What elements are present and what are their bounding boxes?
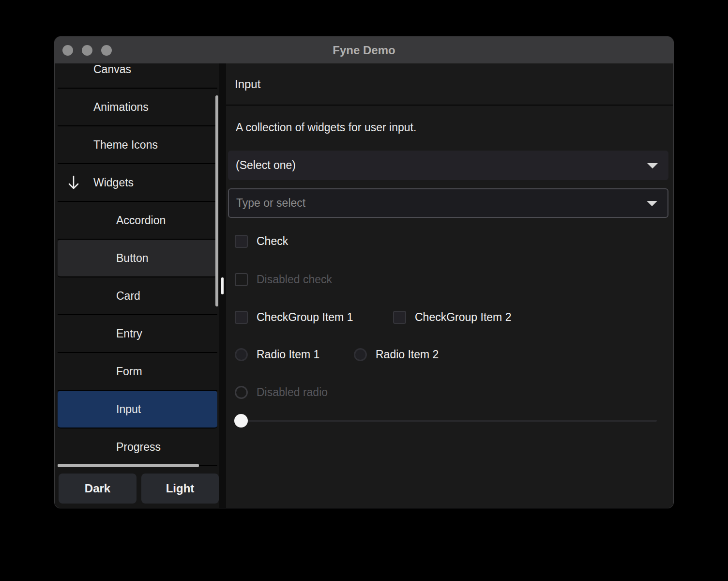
slider[interactable] xyxy=(241,414,657,428)
radio-item-2[interactable]: Radio Item 2 xyxy=(354,348,439,361)
split-divider[interactable] xyxy=(219,63,226,508)
app-window: Fyne Demo Canvas Animations Theme Icons … xyxy=(54,36,674,508)
sidebar-item-accordion[interactable]: Accordion xyxy=(58,202,217,240)
radio-icon xyxy=(235,386,248,399)
nav-tree: Canvas Animations Theme Icons Widgets Ac… xyxy=(58,63,217,466)
sidebar-item-form[interactable]: Form xyxy=(58,353,217,391)
sidebar-item-button[interactable]: Button xyxy=(58,240,217,277)
chevron-down-icon xyxy=(646,162,659,169)
checkbox-icon xyxy=(235,273,248,286)
sidebar-item-canvas[interactable]: Canvas xyxy=(58,63,217,89)
sidebar-vertical-scrollbar[interactable] xyxy=(215,95,218,306)
arrow-down-icon[interactable] xyxy=(67,175,80,190)
sidebar-horizontal-scrollbar[interactable] xyxy=(58,464,199,467)
sidebar-item-animations[interactable]: Animations xyxy=(58,89,217,126)
disabled-check-row: Disabled check xyxy=(235,273,332,286)
light-theme-button[interactable]: Light xyxy=(141,474,219,504)
titlebar[interactable]: Fyne Demo xyxy=(55,37,673,63)
sidebar-item-progress[interactable]: Progress xyxy=(58,428,217,466)
radio-item-1[interactable]: Radio Item 1 xyxy=(235,348,319,361)
checkbox-icon[interactable] xyxy=(393,311,406,324)
check-row[interactable]: Check xyxy=(235,234,288,248)
sidebar-item-entry[interactable]: Entry xyxy=(58,315,217,353)
page-title: Input xyxy=(235,77,260,91)
slider-thumb[interactable] xyxy=(234,414,248,428)
slider-track[interactable] xyxy=(241,420,657,422)
select-entry-placeholder: Type or select xyxy=(236,197,305,210)
select-value: (Select one) xyxy=(236,159,296,172)
sidebar: Canvas Animations Theme Icons Widgets Ac… xyxy=(55,63,219,508)
chevron-down-icon xyxy=(646,199,658,207)
dark-theme-button[interactable]: Dark xyxy=(59,474,136,504)
radio-icon[interactable] xyxy=(235,348,248,361)
window-body: Canvas Animations Theme Icons Widgets Ac… xyxy=(55,63,673,508)
checkbox-icon[interactable] xyxy=(235,235,248,248)
window-title: Fyne Demo xyxy=(55,37,673,63)
disabled-radio-row: Disabled radio xyxy=(235,385,328,399)
checkgroup-item-1[interactable]: CheckGroup Item 1 xyxy=(235,310,353,324)
select-dropdown[interactable]: (Select one) xyxy=(228,151,668,180)
sidebar-item-widgets[interactable]: Widgets xyxy=(58,164,217,202)
radio-icon[interactable] xyxy=(354,348,367,361)
split-divider-handle[interactable] xyxy=(221,277,224,294)
sidebar-item-input[interactable]: Input xyxy=(58,391,217,428)
content-panel: Input A collection of widgets for user i… xyxy=(226,63,673,508)
divider xyxy=(226,105,673,106)
sidebar-item-theme-icons[interactable]: Theme Icons xyxy=(58,126,217,164)
page-description: A collection of widgets for user input. xyxy=(236,121,416,134)
sidebar-item-card[interactable]: Card xyxy=(58,277,217,315)
checkgroup-item-2[interactable]: CheckGroup Item 2 xyxy=(393,310,511,324)
select-entry[interactable]: Type or select xyxy=(228,188,668,218)
checkbox-icon[interactable] xyxy=(235,311,248,324)
